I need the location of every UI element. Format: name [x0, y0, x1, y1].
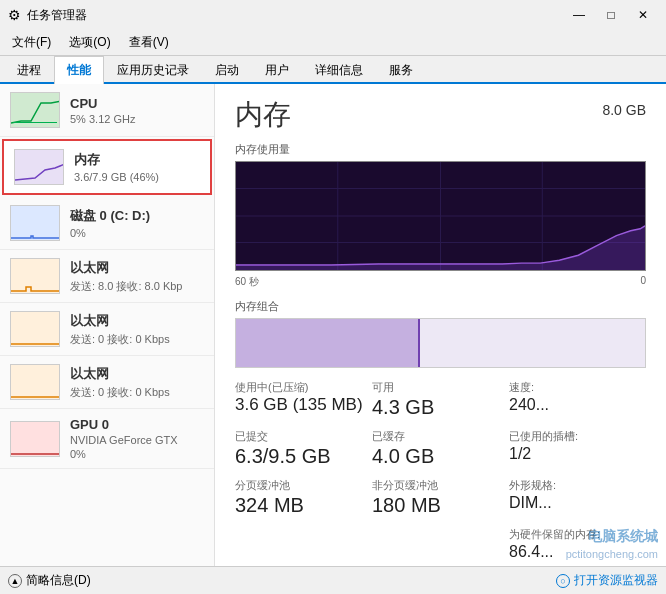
stat-empty2	[372, 527, 509, 561]
stat-in-use-value: 3.6 GB (135 MB)	[235, 395, 372, 415]
menu-bar: 文件(F) 选项(O) 查看(V)	[0, 30, 666, 56]
cpu-thumb	[10, 92, 60, 128]
bottom-bar: ▲ 简略信息(D) ○ 打开资源监视器	[0, 566, 666, 594]
stat-committed-value: 6.3/9.5 GB	[235, 444, 372, 468]
summary-button[interactable]: ▲ 简略信息(D)	[8, 572, 91, 589]
tab-processes[interactable]: 进程	[4, 56, 54, 84]
stat-cached-label: 已缓存	[372, 429, 509, 444]
app-title: 任务管理器	[27, 7, 87, 24]
eth2-label: 以太网	[70, 312, 204, 330]
summary-label: 简略信息(D)	[26, 572, 91, 589]
monitor-label: 打开资源监视器	[574, 572, 658, 589]
time-labels: 60 秒 0	[235, 275, 646, 289]
stat-in-use-label: 使用中(已压缩)	[235, 380, 372, 395]
menu-file[interactable]: 文件(F)	[4, 32, 59, 53]
stat-committed-label: 已提交	[235, 429, 372, 444]
time-left: 60 秒	[235, 275, 259, 289]
eth3-info: 以太网 发送: 0 接收: 0 Kbps	[70, 365, 204, 400]
eth2-detail: 发送: 0 接收: 0 Kbps	[70, 332, 204, 347]
minimize-button[interactable]: —	[564, 5, 594, 25]
tab-bar: 进程 性能 应用历史记录 启动 用户 详细信息 服务	[0, 56, 666, 84]
svg-rect-5	[11, 365, 60, 400]
tab-app-history[interactable]: 应用历史记录	[104, 56, 202, 84]
stat-form-factor-label: 外形规格:	[509, 478, 646, 493]
eth3-detail: 发送: 0 接收: 0 Kbps	[70, 385, 204, 400]
gpu-label: GPU 0	[70, 417, 204, 432]
stat-nonpaged-pool: 非分页缓冲池 180 MB	[372, 478, 509, 517]
right-panel: 内存 8.0 GB 内存使用量 7.9 GB	[215, 84, 666, 566]
stat-paged-pool-label: 分页缓冲池	[235, 478, 372, 493]
disk-detail: 0%	[70, 227, 204, 239]
disk-label: 磁盘 0 (C: D:)	[70, 207, 204, 225]
stat-empty1	[235, 527, 372, 561]
memory-detail: 3.6/7.9 GB (46%)	[74, 171, 200, 183]
sidebar-item-eth2[interactable]: 以太网 发送: 0 接收: 0 Kbps	[0, 303, 214, 356]
sidebar-item-eth3[interactable]: 以太网 发送: 0 接收: 0 Kbps	[0, 356, 214, 409]
cpu-info: CPU 5% 3.12 GHz	[70, 96, 204, 125]
stat-speed-value: 240...	[509, 395, 646, 414]
memory-thumb	[14, 149, 64, 185]
eth1-thumb	[10, 258, 60, 294]
cpu-detail: 5% 3.12 GHz	[70, 113, 204, 125]
tab-services[interactable]: 服务	[376, 56, 426, 84]
stat-speed-label: 速度:	[509, 380, 646, 395]
disk-info: 磁盘 0 (C: D:) 0%	[70, 207, 204, 239]
title-bar: ⚙ 任务管理器 — □ ✕	[0, 0, 666, 30]
panel-header: 内存 8.0 GB	[235, 96, 646, 134]
eth1-detail: 发送: 8.0 接收: 8.0 Kbp	[70, 279, 204, 294]
menu-options[interactable]: 选项(O)	[61, 32, 118, 53]
usage-chart-label: 内存使用量	[235, 142, 646, 157]
stat-nonpaged-pool-value: 180 MB	[372, 493, 509, 517]
tab-performance[interactable]: 性能	[54, 56, 104, 84]
composition-label: 内存组合	[235, 299, 646, 314]
stat-available-value: 4.3 GB	[372, 395, 509, 419]
gpu-info: GPU 0 NVIDIA GeForce GTX 0%	[70, 417, 204, 460]
cpu-label: CPU	[70, 96, 204, 111]
stat-slots-value: 1/2	[509, 444, 646, 463]
eth3-label: 以太网	[70, 365, 204, 383]
menu-view[interactable]: 查看(V)	[121, 32, 177, 53]
eth3-thumb	[10, 364, 60, 400]
memory-info: 内存 3.6/7.9 GB (46%)	[74, 151, 200, 183]
close-button[interactable]: ✕	[628, 5, 658, 25]
svg-rect-2	[11, 206, 60, 241]
panel-title: 内存	[235, 96, 291, 134]
sidebar-item-cpu[interactable]: CPU 5% 3.12 GHz	[0, 84, 214, 137]
disk-thumb	[10, 205, 60, 241]
resource-monitor-button[interactable]: ○ 打开资源监视器	[556, 572, 658, 589]
svg-rect-4	[11, 312, 60, 347]
svg-rect-0	[11, 93, 60, 128]
eth2-thumb	[10, 311, 60, 347]
panel-total: 8.0 GB	[602, 96, 646, 118]
sidebar-item-gpu[interactable]: GPU 0 NVIDIA GeForce GTX 0%	[0, 409, 214, 469]
tab-details[interactable]: 详细信息	[302, 56, 376, 84]
composition-chart	[235, 318, 646, 368]
stat-paged-pool: 分页缓冲池 324 MB	[235, 478, 372, 517]
eth1-label: 以太网	[70, 259, 204, 277]
stat-cached: 已缓存 4.0 GB	[372, 429, 509, 468]
maximize-button[interactable]: □	[596, 5, 626, 25]
gpu-detail2: 0%	[70, 448, 204, 460]
sidebar-item-memory[interactable]: 内存 3.6/7.9 GB (46%)	[2, 139, 212, 195]
composition-used	[236, 319, 420, 367]
stat-form-factor-value: DIM...	[509, 493, 646, 512]
tab-users[interactable]: 用户	[252, 56, 302, 84]
svg-rect-3	[11, 259, 60, 294]
time-right: 0	[640, 275, 646, 289]
stat-paged-pool-value: 324 MB	[235, 493, 372, 517]
stat-in-use: 使用中(已压缩) 3.6 GB (135 MB)	[235, 380, 372, 419]
monitor-icon: ○	[556, 574, 570, 588]
stat-committed: 已提交 6.3/9.5 GB	[235, 429, 372, 468]
content-area: CPU 5% 3.12 GHz 内存 3.6/7.9 GB (46%)	[0, 84, 666, 566]
left-panel: CPU 5% 3.12 GHz 内存 3.6/7.9 GB (46%)	[0, 84, 215, 566]
eth2-info: 以太网 发送: 0 接收: 0 Kbps	[70, 312, 204, 347]
gpu-detail: NVIDIA GeForce GTX	[70, 434, 204, 446]
stat-available-label: 可用	[372, 380, 509, 395]
tab-startup[interactable]: 启动	[202, 56, 252, 84]
usage-chart	[235, 161, 646, 271]
stat-slots-label: 已使用的插槽:	[509, 429, 646, 444]
sidebar-item-eth1[interactable]: 以太网 发送: 8.0 接收: 8.0 Kbp	[0, 250, 214, 303]
sidebar-item-disk[interactable]: 磁盘 0 (C: D:) 0%	[0, 197, 214, 250]
stat-slots: 已使用的插槽: 1/2	[509, 429, 646, 468]
svg-rect-6	[11, 422, 60, 457]
